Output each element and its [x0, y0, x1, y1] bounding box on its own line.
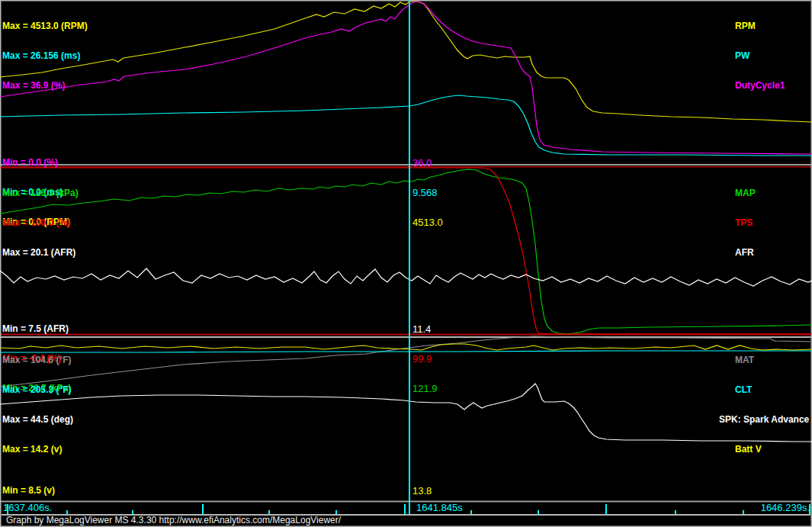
timeline-cursor-label[interactable]: 1641.845s	[416, 503, 463, 513]
max-label: Max = 205.3 (°F)	[2, 385, 73, 395]
graph-canvas[interactable]	[0, 0, 812, 527]
series-batt-v	[0, 344, 812, 350]
series-map	[0, 169, 812, 334]
max-label: Max = 4513.0 (RPM)	[2, 21, 88, 31]
legend-item: RPM	[735, 21, 785, 31]
cursor-value: 11.4	[412, 324, 438, 334]
cursor-value: 4513.0	[412, 217, 443, 227]
panel1-legend: RPM PW DutyCycle1	[735, 2, 785, 111]
series-dutycycle1	[0, 2, 812, 154]
panel3-legend: MAT CLT SPK: Spark Advance Batt V	[735, 336, 809, 474]
panel1-cursor-values: 36.0 9.568 4513.0	[412, 138, 443, 247]
panel1-max-labels: Max = 4513.0 (RPM) Max = 26.156 (ms) Max…	[2, 2, 88, 111]
panel3-max-labels: Max = 104.6 (°F) Max = 205.3 (°F) Max = …	[2, 336, 73, 474]
legend-item: PW	[735, 51, 785, 61]
cursor-value: 9.568	[412, 188, 443, 198]
legend-item: SPK: Spark Advance	[719, 415, 809, 425]
max-label: Max = 100.0 (%)	[2, 218, 79, 228]
min-label: Min = 8.5 (v)	[2, 486, 66, 496]
min-label: Min = 0.0 (%)	[2, 158, 70, 168]
status-bar: Graph by MegaLogViewer MS 4.3.30 http://…	[2, 514, 810, 525]
cursor-value: 99.9	[412, 354, 438, 364]
cursor-value: 36.0	[412, 158, 443, 168]
cursor-value: 13.8	[412, 486, 438, 496]
panel2-max-labels: Max = 126.3 (kPa) Max = 100.0 (%) Max = …	[2, 169, 79, 278]
max-label: Max = 36.9 (%)	[2, 81, 88, 91]
timeline-end-label[interactable]: 1646.239s.	[761, 503, 810, 513]
panel-divider	[0, 164, 812, 165]
series-rpm	[0, 2, 812, 122]
series-tps	[0, 168, 812, 334]
series-mat	[0, 336, 812, 387]
legend-item: TPS	[735, 218, 756, 228]
panel-divider	[0, 501, 812, 503]
status-bar-text: Graph by MegaLogViewer MS 4.3.30 http://…	[6, 515, 341, 525]
max-label: Max = 126.3 (kPa)	[2, 188, 79, 198]
legend-item: DutyCycle1	[735, 81, 785, 91]
panel-divider-red	[0, 166, 812, 168]
panel2-cursor-values: 11.4 99.9 121.9	[412, 304, 438, 413]
window-frame	[1, 1, 812, 527]
max-label: Max = 104.6 (°F)	[2, 355, 73, 365]
series-clt	[0, 351, 812, 352]
max-label: Max = 26.156 (ms)	[2, 51, 88, 61]
legend-item: MAT	[735, 355, 809, 365]
cursor-value: 121.9	[412, 384, 438, 394]
legend-item: MAP	[735, 188, 756, 198]
max-label: Max = 20.1 (AFR)	[2, 248, 79, 258]
series-pw	[0, 95, 812, 156]
timeline-start-label[interactable]: 1637.406s.	[3, 503, 52, 513]
max-label: Max = 44.5 (deg)	[2, 415, 73, 425]
max-label: Max = 14.2 (v)	[2, 445, 73, 455]
series-spk-spark-advance	[0, 384, 812, 442]
min-label: Min = 7.5 (AFR)	[2, 324, 71, 334]
legend-item: Batt V	[735, 445, 809, 455]
legend-item: CLT	[735, 385, 809, 395]
series-afr	[0, 268, 812, 286]
legend-item: AFR	[735, 248, 756, 258]
panel2-legend: MAP TPS AFR	[735, 169, 756, 278]
megalogviewer-window: Max = 4513.0 (RPM) Max = 26.156 (ms) Max…	[0, 0, 812, 527]
